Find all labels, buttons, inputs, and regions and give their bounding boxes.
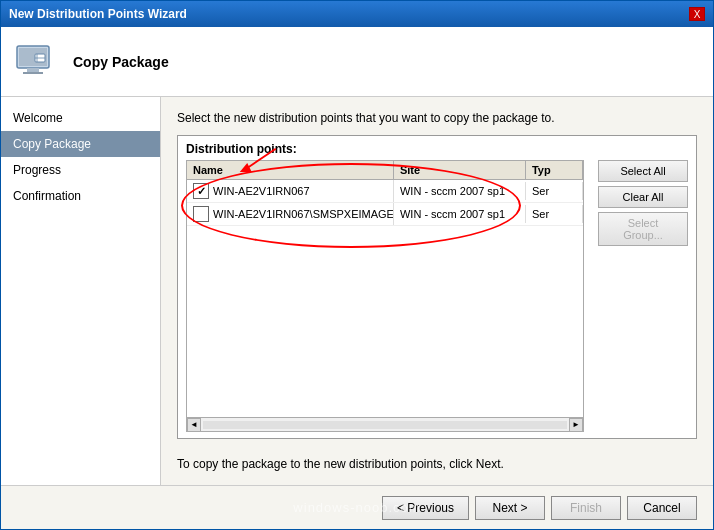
- table-body: ✓ WIN-AE2V1IRN067 WIN - sccm 2007 sp1 Se…: [187, 180, 583, 417]
- window-title: New Distribution Points Wizard: [9, 7, 187, 21]
- row2-name: WIN-AE2V1IRN067\SMSPXEIMAGES$: [213, 208, 394, 220]
- table-header: Name Site Typ: [187, 161, 583, 180]
- bottom-instruction: To copy the package to the new distribut…: [177, 457, 697, 471]
- content-wrapper: Select the new distribution points that …: [177, 111, 697, 471]
- sidebar-item-welcome[interactable]: Welcome: [1, 105, 160, 131]
- scroll-left-button[interactable]: ◄: [187, 418, 201, 432]
- clear-all-button[interactable]: Clear All: [598, 186, 688, 208]
- next-button[interactable]: Next >: [475, 496, 545, 520]
- col-header-name: Name: [187, 161, 394, 179]
- col-header-type: Typ: [526, 161, 583, 179]
- select-group-button[interactable]: Select Group...: [598, 212, 688, 246]
- previous-button[interactable]: < Previous: [382, 496, 469, 520]
- wizard-window: New Distribution Points Wizard X Copy Pa…: [0, 0, 714, 530]
- table-row[interactable]: WIN-AE2V1IRN067\SMSPXEIMAGES$ WIN - sccm…: [187, 203, 583, 226]
- col-header-site: Site: [394, 161, 526, 179]
- row1-site: WIN - sccm 2007 sp1: [394, 182, 526, 200]
- row1-checkbox[interactable]: ✓: [193, 183, 209, 199]
- instruction-text: Select the new distribution points that …: [177, 111, 697, 125]
- row1-name-cell: ✓ WIN-AE2V1IRN067: [187, 180, 394, 202]
- scroll-right-button[interactable]: ►: [569, 418, 583, 432]
- sidebar-item-progress[interactable]: Progress: [1, 157, 160, 183]
- table-row[interactable]: ✓ WIN-AE2V1IRN067 WIN - sccm 2007 sp1 Se…: [187, 180, 583, 203]
- footer: < Previous Next > Finish Cancel windows-…: [1, 485, 713, 529]
- svg-rect-2: [27, 68, 39, 72]
- row2-checkbox[interactable]: [193, 206, 209, 222]
- horizontal-scrollbar[interactable]: ◄ ►: [187, 417, 583, 431]
- title-bar: New Distribution Points Wizard X: [1, 1, 713, 27]
- sidebar-item-copy-package[interactable]: Copy Package: [1, 131, 160, 157]
- checkmark-icon: ✓: [197, 185, 206, 198]
- sidebar: Welcome Copy Package Progress Confirmati…: [1, 97, 161, 485]
- select-all-button[interactable]: Select All: [598, 160, 688, 182]
- cancel-button[interactable]: Cancel: [627, 496, 697, 520]
- wizard-icon: [13, 38, 61, 86]
- wizard-header: Copy Package: [1, 27, 713, 97]
- finish-button[interactable]: Finish: [551, 496, 621, 520]
- row1-type: Ser: [526, 182, 583, 200]
- side-buttons: Select All Clear All Select Group...: [598, 160, 688, 432]
- sidebar-item-confirmation[interactable]: Confirmation: [1, 183, 160, 209]
- dist-points-section: Distribution points: Name Site Typ: [177, 135, 697, 439]
- close-button[interactable]: X: [689, 7, 705, 21]
- row2-type: Ser: [526, 205, 583, 223]
- main-area: Welcome Copy Package Progress Confirmati…: [1, 97, 713, 485]
- svg-rect-3: [23, 72, 43, 74]
- row2-name-cell: WIN-AE2V1IRN067\SMSPXEIMAGES$: [187, 203, 394, 225]
- row2-site: WIN - sccm 2007 sp1: [394, 205, 526, 223]
- row1-name: WIN-AE2V1IRN067: [213, 185, 310, 197]
- dist-points-label: Distribution points:: [186, 142, 688, 156]
- content-area: Select the new distribution points that …: [161, 97, 713, 485]
- header-title: Copy Package: [73, 54, 169, 70]
